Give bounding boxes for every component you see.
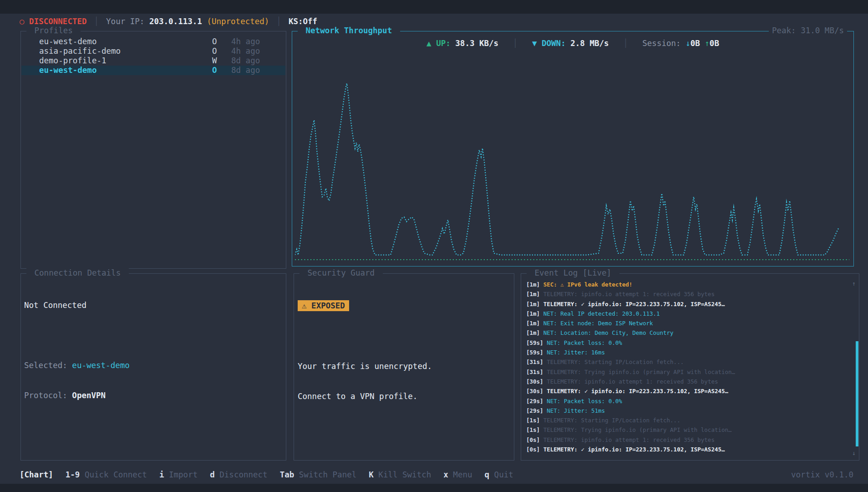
log-message: TELEMETRY: ipinfo.io attempt 1: received… xyxy=(543,291,715,297)
shortcut-label: Menu xyxy=(453,470,472,479)
guard-message-line2: Connect to a VPN profile. xyxy=(294,391,511,401)
shortcut-quick-connect[interactable]: 1-9 Quick Connect xyxy=(66,470,147,479)
log-message: NET: Jitter: 16ms xyxy=(547,349,605,356)
log-message: TELEMETRY: ipinfo.io attempt 1: received… xyxy=(547,378,718,385)
ip-label: Your IP: xyxy=(106,17,144,26)
killswitch-status: KS:Off xyxy=(289,17,317,26)
scroll-down-icon[interactable]: ↓ xyxy=(852,450,856,456)
profiles-panel: Profiles eu-west-demoO4h agoasia-pacific… xyxy=(20,31,286,269)
scrollbar-thumb[interactable] xyxy=(856,341,858,446)
connection-status: ○ DISCONNECTED xyxy=(20,17,87,26)
profile-age: 8d ago xyxy=(231,56,274,66)
profile-row-eu-west-demo[interactable]: eu-west-demoO8d ago xyxy=(21,66,285,75)
shortcut-list: 1-9 Quick Connecti Importd DisconnectTab… xyxy=(66,470,513,479)
protocol-label: Protocol: xyxy=(24,391,72,400)
log-timestamp: [30s] xyxy=(526,388,543,395)
log-entry: [1s] TELEMETRY: Starting IP/Location fet… xyxy=(526,415,849,425)
log-message: NET: Real IP detected: 203.0.113.1 xyxy=(543,310,660,317)
log-entry: [1m] NET: Location: Demo City, Demo Coun… xyxy=(526,328,849,338)
profile-protocol: O xyxy=(212,37,231,46)
connection-details-title: Connection Details xyxy=(26,268,129,277)
chart-panel-title: Network Throughput xyxy=(298,26,400,35)
ip-flag: (Unprotected) xyxy=(207,17,269,26)
protocol-line: Protocol: OpenVPN xyxy=(24,390,283,400)
log-timestamp: [59s] xyxy=(526,339,543,346)
session-up-value: 0B xyxy=(710,39,719,48)
shortcut-quit[interactable]: q Quit xyxy=(485,470,513,479)
shortcut-key: K xyxy=(369,470,374,479)
event-log-list[interactable]: [1m] SEC: ⚠ IPv6 leak detected![1m] TELE… xyxy=(526,280,849,454)
log-message: TELEMETRY: ✓ ipinfo.io: IP=223.233.75.10… xyxy=(543,301,725,308)
session-down-arrow-icon: ↓ xyxy=(685,39,690,48)
log-entry: [31s] TELEMETRY: Trying ipinfo.io (prima… xyxy=(526,367,849,377)
connection-details-body: Not Connected Selected: eu-west-demo Pro… xyxy=(24,280,283,420)
log-timestamp: [1m] xyxy=(526,301,540,308)
divider: │ xyxy=(94,17,99,26)
shortcut-key: i xyxy=(159,470,164,479)
log-entry: [31s] TELEMETRY: Starting IP/Location fe… xyxy=(526,357,849,367)
log-message: NET: Packet loss: 0.0% xyxy=(547,398,622,405)
log-entry: [30s] TELEMETRY: ipinfo.io attempt 1: re… xyxy=(526,377,849,386)
app-version: vortix v0.1.0 xyxy=(791,470,853,479)
shortcut-key: q xyxy=(485,470,490,479)
profile-name: eu-west-demo xyxy=(39,37,212,46)
profile-name: asia-pacific-demo xyxy=(39,46,212,56)
profile-protocol: W xyxy=(212,56,231,66)
log-timestamp: [0s] xyxy=(526,436,540,443)
shortcut-label: Kill Switch xyxy=(378,470,431,479)
log-timestamp: [1s] xyxy=(526,417,540,424)
shortcut-label: Quick Connect xyxy=(85,470,147,479)
up-arrow-icon: ▲ xyxy=(426,39,431,48)
log-timestamp: [1s] xyxy=(526,426,540,433)
ip-value: 203.0.113.1 xyxy=(149,17,202,26)
log-message: TELEMETRY: Trying ipinfo.io (primary API… xyxy=(543,426,732,433)
log-timestamp: [1m] xyxy=(526,320,540,327)
shortcut-kill-switch[interactable]: K Kill Switch xyxy=(369,470,431,479)
shortcut-disconnect[interactable]: d Disconnect xyxy=(210,470,267,479)
divider: │ xyxy=(498,39,532,48)
profile-age: 8d ago xyxy=(231,66,274,75)
log-message: NET: Packet loss: 0.0% xyxy=(547,339,622,346)
log-entry: [1s] TELEMETRY: Trying ipinfo.io (primar… xyxy=(526,425,849,435)
status-dot-icon: ○ xyxy=(20,17,25,26)
log-message: NET: Exit node: Demo ISP Network xyxy=(543,320,653,327)
shortcut-label: Disconnect xyxy=(219,470,267,479)
network-throughput-panel: Network Throughput Peak: 31.0 MB/s ▲ UP:… xyxy=(292,31,854,266)
profile-protocol: O xyxy=(212,66,231,75)
status-text: DISCONNECTED xyxy=(29,17,86,26)
bottom-bar: [Chart] 1-9 Quick Connecti Importd Disco… xyxy=(20,469,853,480)
window-top-strip xyxy=(0,0,868,14)
log-entry: [59s] NET: Packet loss: 0.0% xyxy=(526,338,849,348)
your-ip: Your IP: 203.0.113.1 (Unprotected) xyxy=(106,17,269,26)
shortcut-menu[interactable]: x Menu xyxy=(443,470,472,479)
shortcut-switch-panel[interactable]: Tab Switch Panel xyxy=(280,470,357,479)
profile-protocol: O xyxy=(212,46,231,56)
profile-row-demo-profile-1[interactable]: demo-profile-1W8d ago xyxy=(21,56,285,66)
log-timestamp: [1m] xyxy=(526,310,540,317)
down-label: DOWN: xyxy=(542,39,566,48)
profile-row-asia-pacific-demo[interactable]: asia-pacific-demoO4h ago xyxy=(21,46,285,56)
guard-message-line1: Your traffic is unencrypted. xyxy=(294,361,511,371)
divider: │ xyxy=(609,39,643,48)
profile-name: demo-profile-1 xyxy=(39,56,212,66)
profile-row-eu-west-demo[interactable]: eu-west-demoO4h ago xyxy=(21,37,285,46)
profiles-panel-title: Profiles xyxy=(26,26,81,35)
log-message: TELEMETRY: Starting IP/Location fetch... xyxy=(543,417,680,424)
selected-value: eu-west-demo xyxy=(72,361,129,370)
shortcut-key: d xyxy=(210,470,215,479)
session-label: Session: xyxy=(642,39,680,48)
profile-age: 4h ago xyxy=(231,37,274,46)
scroll-up-icon[interactable]: ↑ xyxy=(852,280,856,287)
shortcut-import[interactable]: i Import xyxy=(159,470,198,479)
down-value: 2.8 MB/s xyxy=(570,39,609,48)
security-guard-body: ⚠ EXPOSED Your traffic is unencrypted. C… xyxy=(294,280,511,421)
log-message: TELEMETRY: ✓ ipinfo.io: IP=223.233.75.10… xyxy=(543,446,725,453)
connection-details-panel: Connection Details Not Connected Selecte… xyxy=(20,273,286,461)
log-message: NET: Jitter: 51ms xyxy=(547,407,605,414)
throughput-stats: ▲ UP: 38.3 KB/s │ ▼ DOWN: 2.8 MB/s │ Ses… xyxy=(292,39,853,48)
log-entry: [59s] NET: Jitter: 16ms xyxy=(526,348,849,357)
log-timestamp: [31s] xyxy=(526,369,543,375)
log-timestamp: [31s] xyxy=(526,359,543,365)
log-message: TELEMETRY: ✓ ipinfo.io: IP=223.233.75.10… xyxy=(547,388,728,395)
connection-state: Not Connected xyxy=(24,300,283,310)
